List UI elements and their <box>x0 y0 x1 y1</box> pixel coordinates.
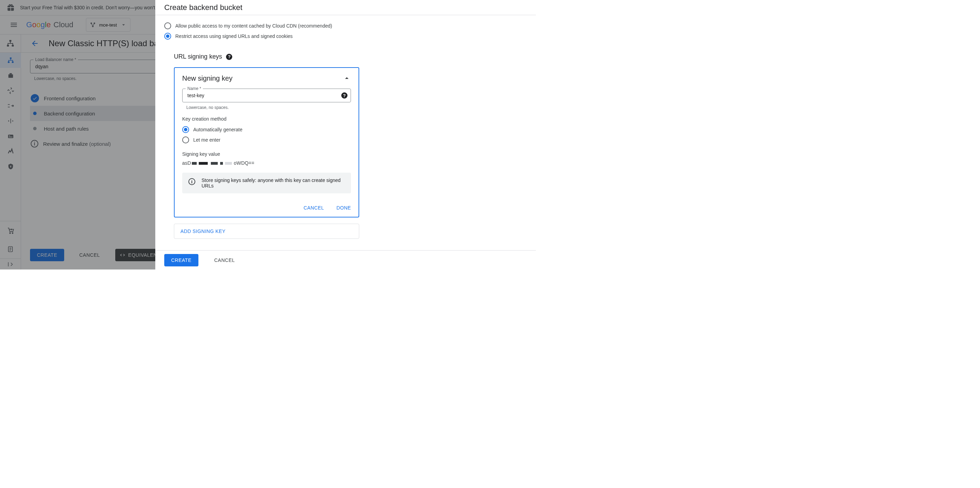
method-manual-option[interactable]: Let me enter <box>182 135 351 145</box>
card-done-button[interactable]: DONE <box>336 205 351 211</box>
key-method-label: Key creation method <box>182 116 351 122</box>
key-name-label: Name * <box>186 86 203 91</box>
key-name-hint: Lowercase, no spaces. <box>186 105 351 110</box>
panel-create-button[interactable]: CREATE <box>164 254 199 266</box>
radio-label: Let me enter <box>193 137 221 143</box>
help-icon[interactable]: ? <box>341 92 347 98</box>
info-text: Store signing keys safely: anyone with t… <box>202 177 345 189</box>
key-value-label: Signing key value <box>182 151 351 157</box>
svg-rect-23 <box>225 162 232 165</box>
panel-footer: CREATE CANCEL <box>155 250 536 269</box>
method-auto-option[interactable]: Automatically generate <box>182 124 351 135</box>
panel-title: Create backend bucket <box>155 0 536 15</box>
svg-rect-22 <box>220 162 223 165</box>
access-public-option[interactable]: Allow public access to my content cached… <box>164 21 536 31</box>
radio-label: Restrict access using signed URLs and si… <box>175 33 293 39</box>
add-signing-key-link: ADD SIGNING KEY <box>180 228 225 234</box>
info-banner: i Store signing keys safely: anyone with… <box>182 173 351 193</box>
panel-cancel-button[interactable]: CANCEL <box>207 254 242 266</box>
help-icon[interactable]: ? <box>226 54 232 60</box>
radio-label: Allow public access to my content cached… <box>175 23 332 29</box>
key-value: asDoWDQ== <box>182 160 351 166</box>
chevron-up-icon <box>343 74 351 82</box>
svg-rect-21 <box>211 162 218 165</box>
key-name-input[interactable] <box>182 89 351 102</box>
radio-label: Automatically generate <box>193 127 242 132</box>
radio-icon <box>182 126 189 133</box>
key-name-field: Name * ? <box>182 89 351 102</box>
info-icon: i <box>188 178 195 185</box>
card-title: New signing key <box>182 74 232 82</box>
svg-rect-19 <box>192 162 197 165</box>
svg-rect-20 <box>199 162 208 165</box>
add-signing-key-card[interactable]: ADD SIGNING KEY <box>174 223 359 239</box>
url-signing-keys-heading: URL signing keys ? <box>174 53 536 60</box>
card-header[interactable]: New signing key <box>182 74 351 82</box>
new-signing-key-card: New signing key Name * ? Lowercase, no s… <box>174 67 359 217</box>
create-backend-bucket-panel: Create backend bucket Allow public acces… <box>155 0 536 269</box>
radio-icon <box>164 22 171 29</box>
radio-icon <box>182 136 189 143</box>
section-title: URL signing keys <box>174 53 222 60</box>
access-restrict-option[interactable]: Restrict access using signed URLs and si… <box>164 31 536 41</box>
card-cancel-button[interactable]: CANCEL <box>304 205 324 211</box>
radio-icon <box>164 33 171 40</box>
